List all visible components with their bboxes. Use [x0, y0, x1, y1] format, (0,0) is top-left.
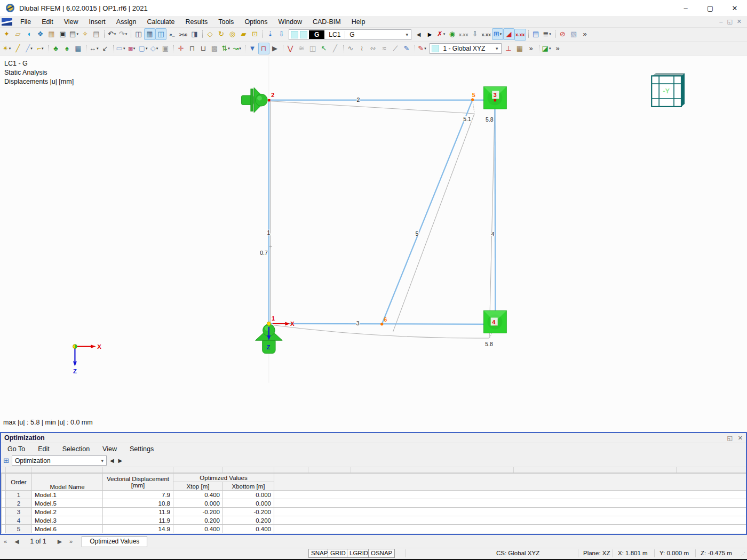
new-line-icon[interactable]: ╱ [12, 43, 23, 54]
new-solid-icon[interactable]: ◇▾ [149, 43, 160, 54]
cell-vectorial-displacement[interactable]: 10.8 [103, 499, 173, 508]
panel-next-button[interactable]: ▶ [118, 458, 123, 463]
diagram-wizard-icon[interactable]: ✎ [401, 43, 412, 54]
result-values-icon[interactable]: x.xx [514, 29, 526, 41]
new-polyline-icon[interactable]: ⌐▾ [35, 43, 46, 54]
printout-report-icon[interactable]: ▤ [91, 28, 102, 40]
table-row[interactable]: 1Model.17.90.4000.000 [2, 491, 746, 499]
new-member-dropdown-icon[interactable]: ▾ [30, 43, 33, 54]
cell-model-name[interactable]: Model.5 [32, 499, 103, 508]
coordinate-system-combobox[interactable]: 1 - Global XYZ ▾ [430, 43, 502, 54]
node-6-marker[interactable] [380, 323, 383, 325]
osnap-toggle[interactable]: OSNAP [368, 549, 395, 558]
table-settings-dropdown-icon[interactable]: ▾ [549, 43, 551, 54]
load-case-dropdown-icon[interactable]: ▾ [403, 32, 411, 37]
show-results-icon[interactable]: ◉ [447, 28, 458, 40]
panel-menu-selection[interactable]: Selection [56, 444, 96, 454]
new-node-dropdown-icon[interactable]: ▾ [9, 43, 11, 54]
filter-icon[interactable]: ▼ [247, 43, 258, 54]
menu-options[interactable]: Options [239, 17, 273, 27]
tables-icon[interactable]: ▦ [144, 28, 155, 40]
node-1-marker[interactable] [267, 322, 271, 325]
menu-cad-bim[interactable]: CAD-BIM [307, 17, 346, 27]
diagram-step-icon[interactable]: ≀ [356, 43, 368, 54]
deformed-structure-icon[interactable]: ↖ [319, 43, 330, 54]
load-wizard-dropdown-icon[interactable]: ▾ [133, 43, 136, 54]
color-scale-icon[interactable]: ✎▾ [417, 43, 428, 54]
cell-xtop[interactable]: -0.200 [173, 508, 223, 516]
new-tree-icon[interactable]: ♣ [50, 43, 61, 54]
model-manager-icon[interactable]: ❖ [35, 28, 46, 40]
results-grid-icon[interactable]: ⊞▾ [492, 28, 503, 40]
table-row[interactable]: 4Model.311.90.2000.200 [2, 516, 746, 525]
new-opening-dropdown-icon[interactable]: ▾ [146, 43, 148, 54]
table-manager-icon[interactable]: ◨ [189, 28, 200, 40]
cell-xtop[interactable]: 0.200 [173, 516, 223, 525]
menu-file[interactable]: File [15, 17, 36, 27]
diagram-double-icon[interactable]: ≈ [379, 43, 390, 54]
cell-xbottom[interactable]: 0.000 [223, 499, 274, 508]
results-grid-dropdown-icon[interactable]: ▾ [500, 28, 502, 40]
menu-edit[interactable]: Edit [36, 17, 59, 27]
table-settings-icon[interactable]: ◪▾ [541, 43, 552, 54]
tab-optimized-values[interactable]: Optimized Values [82, 536, 147, 547]
cell-xtop[interactable]: 0.400 [173, 491, 223, 499]
cell-order[interactable]: 2 [6, 499, 32, 508]
animation-icon[interactable]: ▶ [269, 43, 281, 54]
load-wizard-icon[interactable]: ◙▾ [126, 43, 138, 54]
dlubal-center-icon[interactable]: ◖ [23, 28, 35, 40]
cell-model-name[interactable]: Model.6 [32, 525, 103, 533]
active-table-icon[interactable]: ◫ [155, 28, 166, 40]
cell-vectorial-displacement[interactable]: 11.9 [103, 516, 173, 525]
new-building-icon[interactable]: ▦ [73, 43, 84, 54]
panel-menu-view[interactable]: View [96, 444, 123, 454]
maximize-button[interactable]: ▢ [698, 0, 722, 16]
model-view[interactable]: LC1 - G Static Analysis Displacements |u… [0, 55, 747, 432]
node-2-marker[interactable] [268, 99, 270, 101]
dimension-edit-icon[interactable]: ↙ [100, 43, 111, 54]
apply-load-icon[interactable]: ⇩ [276, 28, 287, 40]
imposed-deformation-dropdown-icon[interactable]: ▾ [228, 43, 230, 54]
cell-model-name[interactable]: Model.3 [32, 516, 103, 525]
cell-xbottom[interactable]: 0.200 [223, 516, 274, 525]
cell-model-name[interactable]: Model.2 [32, 508, 103, 516]
next-page-button[interactable]: ▶ [54, 538, 66, 545]
panel-menu-edit[interactable]: Edit [31, 444, 56, 454]
model-tab-icon[interactable] [1, 17, 13, 27]
new-node-icon[interactable]: ✴▾ [1, 43, 12, 54]
new-solid-cage-icon[interactable]: ▩ [209, 43, 220, 54]
script-icon[interactable]: >sc [178, 29, 189, 41]
select-rotate-icon[interactable]: ↻ [216, 28, 227, 40]
new-surface-dropdown-icon[interactable]: ▾ [123, 43, 125, 54]
zoom-reset-icon[interactable]: ⊘ [557, 28, 568, 40]
print-icon[interactable]: ▤▾ [68, 28, 80, 40]
print-dropdown-icon[interactable]: ▾ [76, 28, 78, 40]
new-nodal-support-icon[interactable]: ✛ [176, 43, 187, 54]
cell-order[interactable]: 1 [6, 491, 32, 499]
cell-xbottom[interactable]: 0.400 [223, 525, 274, 533]
menu-view[interactable]: View [59, 17, 84, 27]
new-line-support-icon[interactable]: ⊔ [198, 43, 209, 54]
diagram-slope-icon[interactable]: ⟋ [390, 43, 401, 54]
mdi-close-button[interactable]: ✕ [737, 18, 742, 25]
previous-page-button[interactable]: ◀ [11, 538, 22, 545]
new-printout-report-icon[interactable]: ✧ [80, 28, 91, 40]
first-page-button[interactable]: « [0, 538, 11, 545]
column-header-xbottom[interactable]: Xbottom [m] [223, 482, 274, 491]
color-scale-dropdown-icon[interactable]: ▾ [424, 43, 426, 54]
new-member-hinge-icon[interactable]: ⊓ [187, 43, 198, 54]
new-polyline-dropdown-icon[interactable]: ▾ [42, 43, 44, 54]
show-result-values-icon[interactable]: x.xx [458, 29, 470, 41]
cell-order[interactable]: 3 [6, 508, 32, 516]
toolbar2-overflow-b-icon[interactable]: » [552, 43, 563, 54]
close-button[interactable]: ✕ [722, 0, 747, 16]
menu-results[interactable]: Results [180, 17, 213, 27]
menu-window[interactable]: Window [273, 17, 307, 27]
undo-icon[interactable]: ↶▾ [106, 28, 117, 40]
select-circle-icon[interactable]: ◎ [227, 28, 238, 40]
new-imperfection-icon[interactable]: ↝▾ [232, 43, 243, 54]
panel-menu-settings[interactable]: Settings [123, 444, 160, 454]
dimension-icon[interactable]: ↔▾ [88, 43, 100, 54]
grid-toggle[interactable]: GRID [328, 549, 348, 558]
redo-dropdown-icon[interactable]: ▾ [125, 28, 128, 40]
